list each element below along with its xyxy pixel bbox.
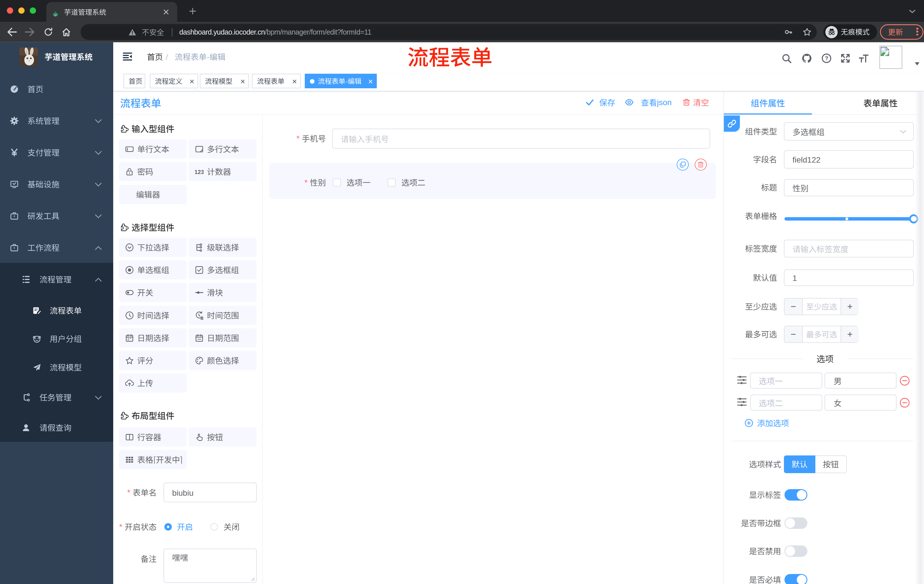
svg-text:?: ? [825,55,828,61]
svg-text:123: 123 [195,169,203,175]
